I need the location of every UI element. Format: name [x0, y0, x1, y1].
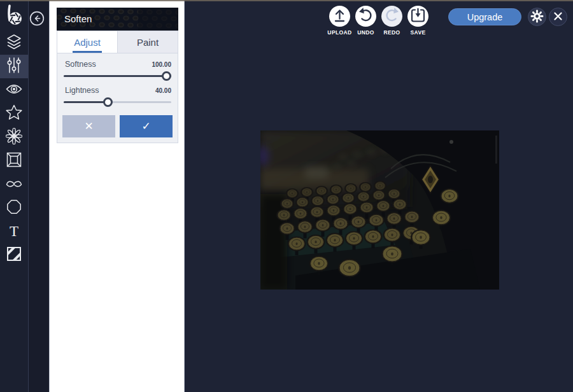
soften-card: Adjust Paint Softness 100.00 L — [57, 31, 178, 143]
sidebar-item-text[interactable]: T — [0, 220, 28, 243]
panel-actions: ✕ ✓ — [62, 112, 173, 137]
befunky-logo[interactable] — [0, 0, 28, 31]
lightness-slider[interactable] — [64, 95, 171, 109]
sidebar-item-overlays[interactable] — [0, 196, 28, 220]
upgrade-button[interactable]: Upgrade — [448, 8, 521, 25]
eye-icon — [6, 83, 22, 97]
sidebar-item-frames[interactable] — [0, 149, 28, 172]
undo-icon — [355, 5, 376, 28]
save-button[interactable] — [407, 6, 428, 27]
sidebar-item-effects[interactable] — [0, 78, 28, 102]
gear-icon — [528, 7, 546, 27]
soften-panel: Soften Adjust Paint Softness 100.00 — [49, 0, 185, 392]
texture-icon — [6, 246, 22, 264]
apply-button[interactable]: ✓ — [120, 115, 173, 137]
upload-tool: UPLOAD — [329, 6, 350, 36]
softness-value: 100.00 — [152, 61, 171, 68]
redo-tool: REDO — [381, 6, 402, 36]
softness-slider[interactable] — [64, 69, 171, 83]
panel-collapse-strip — [29, 0, 49, 392]
typewriter-image — [260, 130, 499, 290]
layers-icon — [6, 34, 22, 53]
tab-paint[interactable]: Paint — [117, 31, 178, 53]
cancel-button[interactable]: ✕ — [62, 115, 115, 137]
undo-tool: UNDO — [355, 6, 376, 36]
undo-button[interactable] — [355, 6, 376, 27]
back-button[interactable] — [29, 11, 45, 26]
upload-button[interactable] — [329, 6, 350, 27]
close-button[interactable] — [549, 8, 567, 26]
star-icon — [6, 104, 22, 123]
sliders-icon — [7, 57, 21, 76]
lightness-label: Lightness — [65, 86, 99, 95]
close-icon — [549, 7, 567, 27]
undo-label: UNDO — [357, 29, 374, 36]
photo-typewriter[interactable] — [260, 130, 499, 290]
redo-button[interactable] — [381, 6, 402, 27]
tab-bar: Adjust Paint — [57, 31, 178, 53]
flower-icon — [6, 128, 22, 147]
editor-canvas[interactable]: UPLOAD UNDO — [185, 0, 573, 392]
lightness-slider-row: Lightness 40.00 — [62, 86, 173, 109]
sidebar-item-layers[interactable] — [0, 31, 28, 55]
save-label: SAVE — [410, 29, 425, 36]
lightness-slider-handle[interactable] — [103, 97, 113, 107]
softness-label: Softness — [65, 60, 96, 69]
top-toolbar: UPLOAD UNDO — [329, 6, 428, 36]
adjust-controls: Softness 100.00 Lightness 40.00 — [57, 53, 178, 143]
redo-label: REDO — [383, 29, 400, 36]
back-arrow-icon — [29, 18, 45, 28]
sidebar-item-artsy-effects[interactable] — [0, 102, 28, 125]
sidebar-item-textures[interactable] — [0, 243, 28, 267]
text-icon: T — [10, 224, 18, 239]
frame-icon — [6, 152, 22, 170]
sidebar-item-graphics[interactable] — [0, 172, 28, 196]
mustache-icon — [6, 178, 22, 191]
panel-header: Soften — [57, 8, 178, 31]
redo-icon — [381, 5, 402, 28]
sidebar-item-touch-up[interactable] — [0, 125, 28, 149]
shape-icon — [6, 199, 22, 217]
window-top-edge — [0, 0, 573, 1]
sidebar-item-edit-tools[interactable] — [0, 55, 28, 78]
panel-title: Soften — [64, 8, 92, 31]
save-icon — [407, 5, 428, 28]
tab-adjust[interactable]: Adjust — [57, 31, 117, 53]
softness-slider-row: Softness 100.00 — [62, 60, 173, 83]
lightness-value: 40.00 — [155, 87, 171, 94]
befunky-logo-icon — [4, 3, 24, 29]
settings-button[interactable] — [528, 8, 546, 26]
save-tool: SAVE — [407, 6, 428, 36]
sidebar: T — [0, 0, 29, 392]
upload-icon — [329, 5, 350, 28]
softness-slider-handle[interactable] — [162, 71, 171, 81]
upload-label: UPLOAD — [327, 29, 351, 36]
